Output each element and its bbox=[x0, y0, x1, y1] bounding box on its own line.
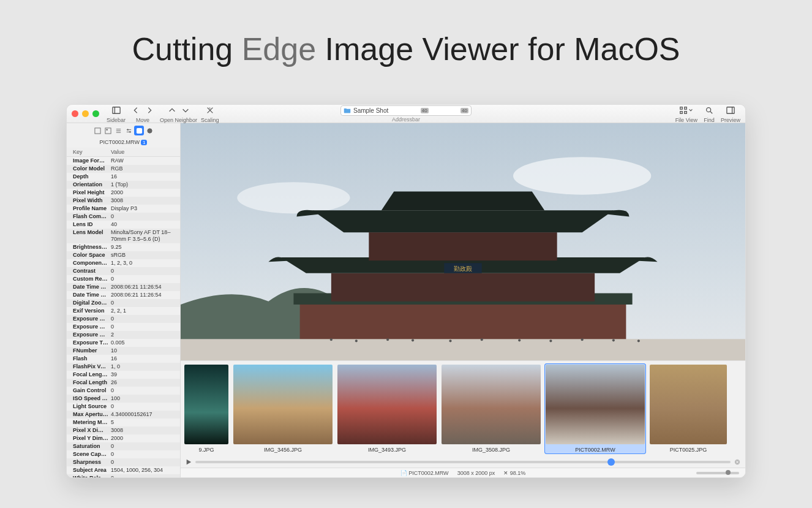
move-buttons: Move bbox=[129, 105, 156, 123]
folder-icon bbox=[344, 107, 351, 114]
kv-row: Exposure Mode0 bbox=[67, 323, 180, 331]
sidebar-tabs: i bbox=[67, 123, 180, 138]
svg-rect-12 bbox=[94, 127, 100, 133]
hero-title: Cutting Edge Image Viewer for MacOS bbox=[0, 0, 812, 67]
kv-row: Orientation1 (Top) bbox=[67, 181, 180, 189]
svg-rect-34 bbox=[181, 339, 745, 360]
svg-rect-30 bbox=[331, 273, 595, 301]
neighbor-buttons: Open Neighbor bbox=[160, 105, 197, 123]
scaling-label: Scaling bbox=[201, 117, 219, 123]
slider-close-icon[interactable] bbox=[734, 459, 740, 465]
addressbar-badge1: 40 bbox=[421, 108, 429, 113]
tab-exif-icon[interactable]: i bbox=[134, 126, 144, 135]
sidebar-filename: PICT0002.MRW1 bbox=[67, 138, 180, 148]
kv-row: Pixel Y Dimens...2000 bbox=[67, 434, 180, 442]
kv-row: Contrast0 bbox=[67, 267, 180, 275]
thumb-label: IMG_3456.JPG bbox=[233, 447, 333, 453]
up-button[interactable] bbox=[165, 105, 179, 116]
preview-button[interactable]: Preview bbox=[721, 105, 740, 123]
kv-row: Flash16 bbox=[67, 355, 180, 363]
svg-point-27 bbox=[237, 182, 350, 213]
svg-rect-4 bbox=[680, 107, 683, 109]
kv-row: Lens ID40 bbox=[67, 221, 180, 229]
kv-row: Exposure Prog...2 bbox=[67, 331, 180, 339]
thumb-label: IMG_3508.JPG bbox=[442, 447, 541, 453]
close-icon[interactable] bbox=[72, 110, 78, 117]
svg-point-45 bbox=[637, 339, 640, 342]
tab-list-icon[interactable] bbox=[113, 126, 123, 135]
forward-button[interactable] bbox=[143, 105, 156, 116]
kv-row: Exif Version2, 2, 1 bbox=[67, 307, 180, 315]
thumb-label: IMG_3493.JPG bbox=[337, 447, 437, 453]
scaling-button[interactable]: Scaling bbox=[201, 105, 219, 123]
tab-image-icon[interactable] bbox=[92, 126, 102, 135]
position-slider[interactable] bbox=[195, 461, 731, 463]
thumb-item[interactable]: IMG_3493.JPG bbox=[336, 363, 438, 454]
image-viewer[interactable]: 勤政殿 bbox=[181, 123, 745, 360]
thumb-item[interactable]: PICT0025.JPG bbox=[648, 363, 728, 454]
svg-rect-0 bbox=[112, 107, 119, 113]
svg-rect-28 bbox=[300, 301, 626, 343]
kv-row: Focal Length26 bbox=[67, 379, 180, 387]
kv-row: Exposure Bias...0 bbox=[67, 315, 180, 323]
thumb-item[interactable]: IMG_3508.JPG bbox=[440, 363, 542, 454]
svg-marker-46 bbox=[187, 460, 192, 464]
svg-line-9 bbox=[710, 111, 713, 113]
move-label: Move bbox=[136, 117, 149, 123]
thumb-item[interactable]: IMG_3456.JPG bbox=[232, 363, 334, 454]
down-button[interactable] bbox=[179, 105, 192, 116]
kv-row: Color ModelRGB bbox=[67, 165, 180, 173]
status-zoom: ✕ 98.1% bbox=[503, 470, 525, 476]
neighbor-label: Open Neighbor bbox=[160, 117, 197, 123]
kv-row: Metering Mode5 bbox=[67, 419, 180, 426]
back-button[interactable] bbox=[129, 105, 143, 116]
svg-rect-6 bbox=[680, 111, 683, 113]
sidebar: i PICT0002.MRW1 Key Value Image FormatRA… bbox=[67, 123, 181, 477]
thumb-item[interactable]: 9.JPG bbox=[183, 363, 230, 454]
addressbar-badge2: 40 bbox=[461, 108, 468, 113]
svg-rect-10 bbox=[727, 107, 734, 113]
play-icon[interactable] bbox=[186, 459, 192, 465]
svg-rect-7 bbox=[685, 111, 687, 113]
minimize-icon[interactable] bbox=[82, 110, 89, 117]
status-file: 📄 PICT0002.MRW bbox=[400, 470, 449, 476]
thumbs-row[interactable]: 9.JPGIMG_3456.JPGIMG_3493.JPGIMG_3508.JP… bbox=[181, 361, 745, 457]
addressbar-title: Sample Shot bbox=[353, 107, 388, 114]
thumb-item[interactable]: PICT0002.MRW bbox=[544, 363, 646, 454]
kv-row: Components C...1, 2, 3, 0 bbox=[67, 259, 180, 267]
svg-point-42 bbox=[549, 339, 552, 342]
maximize-icon[interactable] bbox=[92, 110, 99, 117]
find-button[interactable]: Find bbox=[702, 105, 716, 123]
svg-point-43 bbox=[581, 338, 584, 341]
kv-row: Image FormatRAW bbox=[67, 157, 180, 165]
kv-row: Pixel Width3008 bbox=[67, 197, 180, 205]
svg-point-35 bbox=[330, 338, 333, 341]
zoom-slider[interactable] bbox=[696, 472, 739, 474]
kv-list[interactable]: Image FormatRAWColor ModelRGBDepth16Orie… bbox=[67, 157, 180, 477]
svg-point-36 bbox=[355, 339, 358, 342]
kv-row: Date Time Digi...2008:06:21 11:26:54 bbox=[67, 283, 180, 291]
svg-text:勤政殿: 勤政殿 bbox=[454, 265, 472, 272]
sidebar-toggle[interactable]: Sidebar bbox=[107, 105, 126, 123]
toolbar: Sidebar Move Open Neighbor Scaling Sampl… bbox=[67, 105, 745, 123]
fileview-button[interactable]: File View bbox=[675, 105, 697, 123]
svg-point-20 bbox=[127, 129, 128, 130]
slider-row bbox=[181, 457, 745, 468]
kv-row: Profile NameDisplay P3 bbox=[67, 205, 180, 213]
svg-point-14 bbox=[106, 129, 107, 130]
svg-rect-13 bbox=[105, 127, 110, 133]
addressbar[interactable]: Sample Shot 40 40 bbox=[340, 105, 472, 116]
svg-point-41 bbox=[518, 339, 521, 341]
tab-history-icon[interactable] bbox=[145, 126, 154, 135]
find-label: Find bbox=[704, 117, 715, 123]
tab-adjust-icon[interactable] bbox=[124, 126, 133, 135]
fileview-label: File View bbox=[675, 117, 697, 123]
status-dims: 3008 x 2000 px bbox=[457, 470, 495, 476]
addressbar-group: Sample Shot 40 40 Addressbar bbox=[340, 105, 472, 123]
kv-row: ISO Speed Rat...100 bbox=[67, 395, 180, 403]
thumb-label: 9.JPG bbox=[184, 447, 228, 453]
thumb-label: PICT0025.JPG bbox=[650, 447, 727, 453]
kv-row: FlashPix Version1, 0 bbox=[67, 363, 180, 371]
kv-row: Subject Area1504, 1000, 256, 304 bbox=[67, 466, 180, 474]
tab-info-icon[interactable] bbox=[103, 126, 113, 135]
